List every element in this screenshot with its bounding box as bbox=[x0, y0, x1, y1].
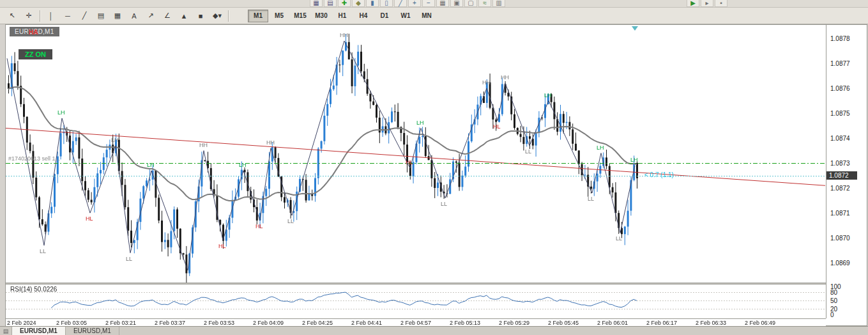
timeframe-h4-button[interactable]: H4 bbox=[353, 10, 374, 22]
price-tick-label: 1.0874 bbox=[830, 135, 850, 142]
time-tick-label: 2 Feb 05:29 bbox=[499, 320, 529, 326]
rsi-level-label: 80 bbox=[830, 289, 837, 296]
horizontal-line-icon[interactable]: ─ bbox=[59, 9, 76, 23]
pause-icon[interactable]: ▪ bbox=[715, 0, 727, 7]
zoom-in-icon[interactable]: + bbox=[408, 0, 421, 7]
new-order-icon[interactable]: ✚ bbox=[338, 0, 351, 7]
rsi-level-label: 0 bbox=[830, 311, 834, 318]
price-tick-label: 1.0869 bbox=[830, 260, 850, 267]
crosshair-icon[interactable]: ✛ bbox=[20, 9, 37, 23]
rsi-indicator-canvas[interactable] bbox=[6, 284, 826, 318]
toolbar-top-group: ▶▸▪ bbox=[687, 0, 729, 7]
time-tick-label: 2 Feb 04:25 bbox=[302, 320, 333, 326]
fibonacci-icon[interactable]: ▦ bbox=[109, 9, 126, 23]
timeframe-m15-button[interactable]: M15 bbox=[290, 10, 310, 22]
time-tick-label: 2 Feb 05:45 bbox=[548, 320, 579, 326]
timeframe-h1-button[interactable]: H1 bbox=[332, 10, 353, 22]
trendline-icon[interactable]: ╱ bbox=[76, 9, 93, 23]
timeframe-w1-button[interactable]: W1 bbox=[395, 10, 416, 22]
time-axis[interactable]: 2 Feb 20242 Feb 03:052 Feb 03:212 Feb 03… bbox=[6, 318, 826, 326]
time-tick-label: 2 Feb 04:41 bbox=[351, 320, 382, 326]
chart-tab-1[interactable]: EURUSD,M1 bbox=[12, 327, 66, 335]
toolbar-separator bbox=[228, 10, 229, 22]
expert-advisor-icon[interactable]: ◆ bbox=[352, 0, 365, 7]
chart-tab-bar: ▤ EURUSD,M1EURUSD,M1 bbox=[0, 326, 868, 335]
price-tick-label: 1.0875 bbox=[830, 110, 850, 117]
time-tick-label: 2 Feb 06:33 bbox=[696, 320, 726, 326]
chart-tab-2[interactable]: EURUSD,M1 bbox=[66, 327, 119, 335]
toolbar-top-group: ▦▤✚◆▮▯╱+−▦▣▢≈▥ bbox=[310, 0, 506, 7]
line-studies-toolbar: ↖✛│─╱▤▦A↗∠▲■◆▾ bbox=[4, 9, 231, 23]
time-tick-label: 2 Feb 06:49 bbox=[745, 320, 775, 326]
toolbar-main: ↖✛│─╱▤▦A↗∠▲■◆▾ M1M5M15M30H1H4D1W1MN bbox=[0, 8, 868, 24]
step-forward-icon[interactable]: ▸ bbox=[701, 0, 713, 7]
arrange-icon[interactable]: ▢ bbox=[464, 0, 477, 7]
time-tick-label: 2 Feb 05:13 bbox=[450, 320, 480, 326]
profiles-icon[interactable]: ▤ bbox=[324, 0, 337, 7]
line-chart-icon[interactable]: ╱ bbox=[394, 0, 407, 7]
tile-windows-icon[interactable]: ▦ bbox=[436, 0, 449, 7]
time-tick-label: 2 Feb 03:53 bbox=[204, 320, 234, 326]
time-tick-label: 2 Feb 03:37 bbox=[155, 320, 185, 326]
time-tick-label: 2 Feb 03:21 bbox=[105, 320, 136, 326]
templates-icon[interactable]: ▥ bbox=[492, 0, 505, 7]
chart-window: EURUSD,M1 HA ZZ ON #174020613 sell 1... … bbox=[5, 24, 867, 326]
price-tick-label: 1.0870 bbox=[830, 235, 850, 242]
cursor-icon[interactable]: ↖ bbox=[4, 9, 20, 23]
angle-icon[interactable]: ∠ bbox=[159, 9, 176, 23]
price-tick-label: 1.0876 bbox=[830, 85, 850, 92]
timeframes-toolbar: M1M5M15M30H1H4D1W1MN bbox=[248, 10, 438, 22]
auto-trading-icon[interactable]: ▶ bbox=[687, 0, 699, 7]
time-tick-label: 2 Feb 03:05 bbox=[56, 320, 87, 326]
time-tick-label: 2 Feb 04:09 bbox=[253, 320, 284, 326]
rectangle-icon[interactable]: ■ bbox=[192, 9, 209, 23]
timeframe-m5-button[interactable]: M5 bbox=[269, 10, 289, 22]
toolbar-separator bbox=[40, 10, 40, 22]
timeframe-mn-button[interactable]: MN bbox=[416, 10, 437, 22]
price-tick-label: 1.0871 bbox=[830, 210, 850, 217]
timeframe-d1-button[interactable]: D1 bbox=[374, 10, 395, 22]
zoom-out-icon[interactable]: − bbox=[422, 0, 435, 7]
price-tick-label: 1.0877 bbox=[830, 60, 850, 67]
shapes-dropdown-icon[interactable]: ◆▾ bbox=[209, 9, 225, 23]
timeframe-m1-button[interactable]: M1 bbox=[248, 10, 268, 22]
price-tick-label: 1.0872 bbox=[830, 185, 850, 192]
indicators-icon[interactable]: ≈ bbox=[478, 0, 491, 7]
timeframe-m30-button[interactable]: M30 bbox=[311, 10, 331, 22]
candle-chart-icon[interactable]: ▯ bbox=[380, 0, 393, 7]
chart-window-icon[interactable]: ▦ bbox=[310, 0, 323, 7]
rsi-level-label: 50 bbox=[830, 297, 837, 304]
price-tick-label: 1.0873 bbox=[830, 160, 850, 167]
triangle-icon[interactable]: ▲ bbox=[176, 9, 192, 23]
time-tick-label: 2 Feb 2024 bbox=[7, 320, 36, 326]
time-tick-label: 2 Feb 04:57 bbox=[400, 320, 431, 326]
chart-list-icon[interactable]: ▤ bbox=[0, 327, 12, 335]
equidistant-channel-icon[interactable]: ▤ bbox=[93, 9, 109, 23]
current-price-badge: 1.0872 bbox=[826, 171, 857, 180]
time-tick-label: 2 Feb 06:01 bbox=[597, 320, 628, 326]
vertical-line-icon[interactable]: │ bbox=[43, 9, 59, 23]
rsi-indicator-label: RSI(14) 50.0226 bbox=[10, 286, 57, 293]
cascade-windows-icon[interactable]: ▣ bbox=[450, 0, 463, 7]
text-label-icon[interactable]: A bbox=[126, 9, 142, 23]
arrow-object-icon[interactable]: ↗ bbox=[142, 9, 159, 23]
toolbar-top-strip: ▦▤✚◆▮▯╱+−▦▣▢≈▥▶▸▪ bbox=[0, 0, 868, 8]
price-axis[interactable]: 1.0872 1.08781.08771.08761.08751.08741.0… bbox=[826, 25, 867, 318]
bar-chart-icon[interactable]: ▮ bbox=[366, 0, 379, 7]
price-tick-label: 1.0878 bbox=[830, 35, 850, 42]
main-chart-canvas[interactable] bbox=[6, 25, 826, 283]
time-tick-label: 2 Feb 06:17 bbox=[646, 320, 677, 326]
chart-tabs: EURUSD,M1EURUSD,M1 bbox=[12, 327, 119, 335]
